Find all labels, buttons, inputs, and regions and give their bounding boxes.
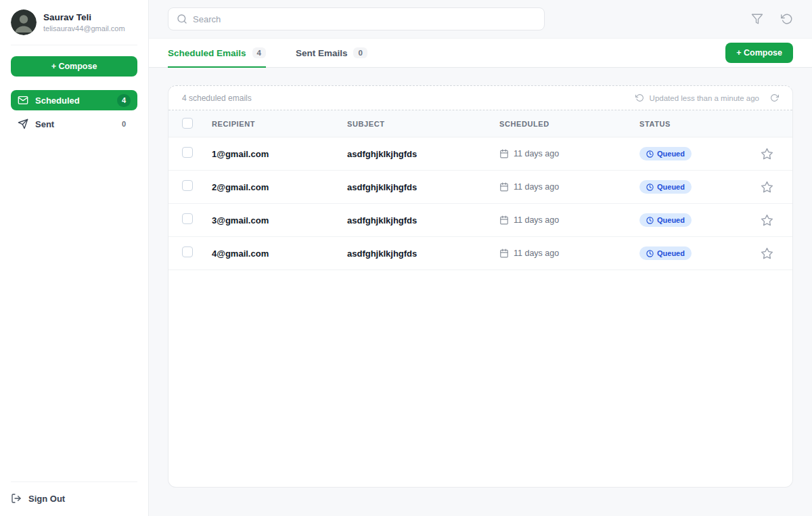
- recipient-cell: 1@gmail.com: [212, 149, 347, 159]
- column-header-status: STATUS: [639, 120, 754, 128]
- table-row[interactable]: 1@gmail.com asdfghjklkjhgfds 11 days ago…: [168, 137, 792, 171]
- row-checkbox[interactable]: [182, 213, 193, 224]
- sign-out-button[interactable]: Sign Out: [11, 481, 137, 504]
- scheduled-cell: 11 days ago: [499, 215, 639, 225]
- compose-button-sidebar[interactable]: + Compose: [11, 56, 137, 77]
- table-row[interactable]: 4@gmail.com asdfghjklkjhgfds 11 days ago…: [168, 237, 792, 270]
- column-header-scheduled: SCHEDULED: [499, 120, 639, 128]
- recipient-cell: 2@gmail.com: [212, 182, 347, 192]
- mail-icon: [18, 95, 28, 106]
- avatar-image: [11, 9, 37, 35]
- calendar-icon: [499, 215, 509, 225]
- status-badge: Queued: [639, 180, 692, 194]
- history-icon[interactable]: [635, 93, 644, 102]
- user-name: Saurav Teli: [43, 12, 125, 24]
- column-header-recipient: RECIPIENT: [212, 120, 347, 128]
- clock-icon: [646, 250, 654, 257]
- status-badge: Queued: [639, 147, 692, 160]
- filter-icon[interactable]: [751, 13, 763, 25]
- clock-icon: [646, 150, 654, 158]
- scheduled-text: 11 days ago: [514, 249, 559, 258]
- scheduled-cell: 11 days ago: [499, 249, 639, 258]
- sidebar-item-sent[interactable]: Sent 0: [11, 114, 137, 134]
- main-area: Scheduled Emails 4 Sent Emails 0 + Compo…: [149, 0, 812, 516]
- content-area: 4 scheduled emails Updated less than a m…: [149, 68, 812, 516]
- avatar: [11, 9, 37, 35]
- sidebar-item-scheduled[interactable]: Scheduled 4: [11, 90, 137, 110]
- subject-cell: asdfghjklkjhgfds: [347, 249, 499, 259]
- sign-out-label: Sign Out: [28, 494, 65, 504]
- scheduled-text: 11 days ago: [514, 182, 559, 192]
- status-text: Queued: [657, 216, 685, 224]
- tab-count: 4: [252, 47, 266, 58]
- search-box[interactable]: [168, 7, 545, 30]
- user-info: Saurav Teli telisaurav44@gmail.com: [43, 12, 125, 33]
- scheduled-emails-panel: 4 scheduled emails Updated less than a m…: [168, 85, 793, 488]
- recipient-cell: 3@gmail.com: [212, 215, 347, 225]
- clock-icon: [646, 184, 654, 191]
- star-icon[interactable]: [761, 181, 773, 194]
- sidebar-item-label: Sent: [35, 119, 54, 129]
- email-count-summary: 4 scheduled emails: [182, 93, 252, 103]
- tab-count: 0: [353, 47, 367, 58]
- updated-text: Updated less than a minute ago: [650, 94, 759, 102]
- tab-sent-emails[interactable]: Sent Emails 0: [296, 39, 367, 67]
- sidebar-nav: Scheduled 4 Sent 0: [11, 90, 137, 134]
- subject-cell: asdfghjklkjhgfds: [347, 215, 499, 225]
- scheduled-cell: 11 days ago: [499, 149, 639, 158]
- search-input[interactable]: [193, 14, 536, 24]
- row-checkbox[interactable]: [182, 180, 193, 191]
- calendar-icon: [499, 149, 509, 158]
- calendar-icon: [499, 249, 509, 258]
- tab-label: Sent Emails: [296, 48, 348, 58]
- row-checkbox[interactable]: [182, 246, 193, 257]
- empty-space: [168, 270, 792, 487]
- user-profile: Saurav Teli telisaurav44@gmail.com: [11, 9, 137, 45]
- star-icon[interactable]: [761, 214, 773, 227]
- sent-count-badge: 0: [117, 118, 131, 131]
- scheduled-text: 11 days ago: [514, 149, 559, 158]
- subject-cell: asdfghjklkjhgfds: [347, 182, 499, 192]
- select-all-checkbox[interactable]: [182, 118, 193, 129]
- app-window: Saurav Teli telisaurav44@gmail.com + Com…: [0, 0, 812, 516]
- refresh-table-icon[interactable]: [770, 93, 779, 102]
- sidebar-item-label: Scheduled: [35, 95, 80, 106]
- status-cell: Queued: [639, 213, 754, 227]
- sidebar: Saurav Teli telisaurav44@gmail.com + Com…: [0, 0, 149, 516]
- topbar-icons: [751, 13, 793, 25]
- user-email: telisaurav44@gmail.com: [43, 24, 125, 33]
- table-row[interactable]: 3@gmail.com asdfghjklkjhgfds 11 days ago…: [168, 204, 792, 237]
- status-cell: Queued: [639, 180, 754, 194]
- tab-bar: Scheduled Emails 4 Sent Emails 0 + Compo…: [149, 38, 812, 68]
- sidebar-spacer: [11, 134, 137, 481]
- recipient-cell: 4@gmail.com: [212, 249, 347, 259]
- row-checkbox[interactable]: [182, 147, 193, 158]
- status-text: Queued: [657, 249, 685, 257]
- logout-icon: [11, 493, 22, 504]
- topbar: [149, 0, 812, 38]
- status-cell: Queued: [639, 246, 754, 260]
- scheduled-cell: 11 days ago: [499, 182, 639, 192]
- status-text: Queued: [657, 150, 685, 158]
- column-header-subject: SUBJECT: [347, 120, 499, 128]
- compose-button-top[interactable]: + Compose: [725, 43, 793, 63]
- email-rows: 1@gmail.com asdfghjklkjhgfds 11 days ago…: [168, 137, 792, 270]
- scheduled-text: 11 days ago: [514, 215, 559, 225]
- subject-cell: asdfghjklkjhgfds: [347, 149, 499, 159]
- tab-label: Scheduled Emails: [168, 48, 246, 58]
- table-row[interactable]: 2@gmail.com asdfghjklkjhgfds 11 days ago…: [168, 171, 792, 204]
- star-icon[interactable]: [761, 247, 773, 260]
- panel-header: 4 scheduled emails Updated less than a m…: [168, 86, 792, 110]
- status-cell: Queued: [639, 147, 754, 160]
- tab-scheduled-emails[interactable]: Scheduled Emails 4: [168, 39, 266, 67]
- clock-icon: [646, 217, 654, 224]
- status-badge: Queued: [639, 246, 692, 260]
- send-icon: [18, 119, 28, 129]
- status-text: Queued: [657, 183, 685, 191]
- scheduled-count-badge: 4: [117, 94, 131, 107]
- refresh-icon[interactable]: [781, 13, 793, 25]
- star-icon[interactable]: [761, 148, 773, 160]
- status-badge: Queued: [639, 213, 692, 227]
- table-header: RECIPIENT SUBJECT SCHEDULED STATUS: [168, 110, 792, 137]
- updated-status: Updated less than a minute ago: [635, 93, 779, 102]
